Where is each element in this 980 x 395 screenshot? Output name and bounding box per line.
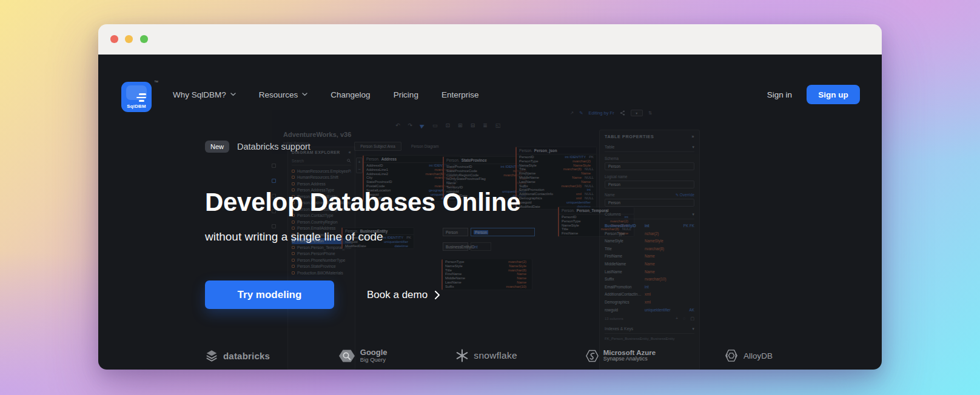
bigquery-icon <box>338 348 355 363</box>
azure-synapse-icon <box>586 349 599 363</box>
sqldbm-logo-icon <box>126 85 147 100</box>
minimize-window-button[interactable] <box>125 35 133 43</box>
nav-item[interactable]: Why SqlDBM? <box>173 90 236 99</box>
chevron-down-icon <box>230 93 236 96</box>
alloydb-icon <box>724 349 739 362</box>
nav-item[interactable]: Enterprise <box>441 90 479 99</box>
zoom-window-button[interactable] <box>140 35 148 43</box>
databricks-icon <box>205 349 218 362</box>
partner-databricks: databricks <box>205 349 270 362</box>
new-badge: New <box>205 141 229 153</box>
page-title: Develop Databases Online <box>205 188 520 217</box>
partner-azure-synapse: Microsoft Azure Synapse Analytics <box>586 349 656 363</box>
browser-window: AdventureWorks, v36 Initial Revision ↶↷▶… <box>98 24 882 370</box>
sqldbm-logo[interactable]: SqlDBM <box>121 82 152 112</box>
close-window-button[interactable] <box>110 35 118 43</box>
partner-logos-row: databricks Google Big Query Coming soon <box>205 343 773 368</box>
gradient-background: AdventureWorks, v36 Initial Revision ↶↷▶… <box>0 0 980 395</box>
hero-section: AdventureWorks, v36 Initial Revision ↶↷▶… <box>98 55 882 370</box>
nav-item[interactable]: Pricing <box>394 90 418 99</box>
partner-snowflake: snowflake <box>455 349 517 362</box>
chevron-right-icon <box>435 291 440 299</box>
sqldbm-logo-text: SqlDBM <box>121 104 152 109</box>
main-nav: Why SqlDBM? Resources Changelog <box>173 86 478 103</box>
page-subtitle: without writing a single line of code <box>205 230 383 244</box>
badge-announcement[interactable]: Databricks support <box>237 142 310 151</box>
chevron-down-icon <box>302 93 307 96</box>
nav-item[interactable]: Changelog <box>331 90 370 99</box>
book-demo-link[interactable]: Book a demo <box>367 280 440 309</box>
nav-item[interactable]: Resources <box>259 90 308 99</box>
partner-google-bigquery: Google Big Query Coming soon <box>338 348 388 363</box>
snowflake-icon <box>455 349 469 362</box>
try-modeling-button[interactable]: Try modeling <box>205 280 334 309</box>
sign-up-button[interactable]: Sign up <box>807 85 860 104</box>
window-titlebar <box>98 24 882 55</box>
trademark-symbol: ™ <box>154 80 158 84</box>
partner-alloydb: AlloyDB <box>724 349 773 362</box>
sign-in-link[interactable]: Sign in <box>767 90 792 99</box>
